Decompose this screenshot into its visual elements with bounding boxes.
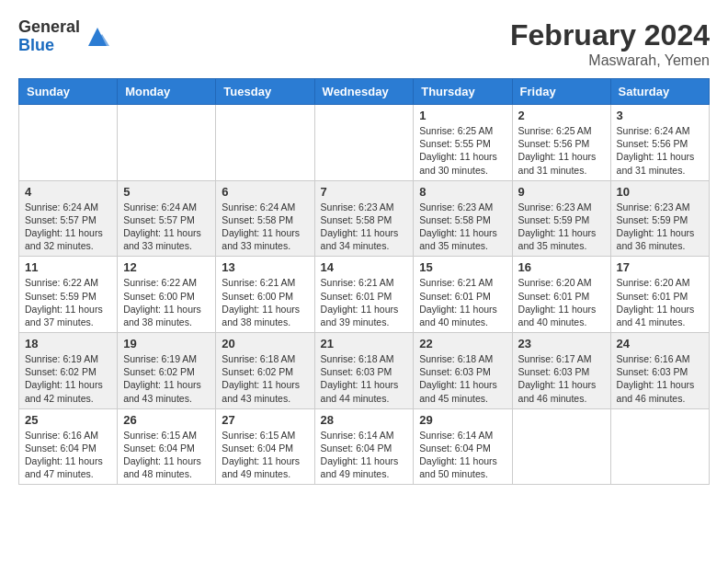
day-info: Sunrise: 6:14 AM Sunset: 6:04 PM Dayligh…	[419, 429, 506, 481]
calendar-cell	[118, 105, 216, 181]
logo-general: General	[18, 18, 80, 37]
day-number: 12	[123, 260, 210, 274]
calendar-cell: 29Sunrise: 6:14 AM Sunset: 6:04 PM Dayli…	[414, 408, 512, 485]
calendar-header-monday: Monday	[118, 79, 216, 105]
day-info: Sunrise: 6:17 AM Sunset: 6:03 PM Dayligh…	[518, 352, 605, 405]
calendar-week-2: 4Sunrise: 6:24 AM Sunset: 5:57 PM Daylig…	[19, 180, 710, 257]
day-info: Sunrise: 6:19 AM Sunset: 6:02 PM Dayligh…	[25, 352, 111, 405]
calendar-cell: 20Sunrise: 6:18 AM Sunset: 6:02 PM Dayli…	[216, 333, 314, 409]
day-number: 5	[123, 185, 210, 199]
calendar-header-friday: Friday	[512, 79, 610, 105]
calendar-cell: 1Sunrise: 6:25 AM Sunset: 5:55 PM Daylig…	[414, 105, 512, 181]
day-number: 16	[518, 260, 605, 274]
logo-text: General Blue	[18, 18, 80, 55]
day-info: Sunrise: 6:15 AM Sunset: 6:04 PM Dayligh…	[222, 429, 308, 481]
title-section: February 2024 Maswarah, Yemen	[510, 18, 710, 69]
day-number: 6	[222, 185, 308, 199]
main-title: February 2024	[510, 18, 710, 52]
calendar-cell: 18Sunrise: 6:19 AM Sunset: 6:02 PM Dayli…	[19, 333, 118, 409]
day-info: Sunrise: 6:18 AM Sunset: 6:02 PM Dayligh…	[222, 352, 308, 405]
calendar-cell: 26Sunrise: 6:15 AM Sunset: 6:04 PM Dayli…	[118, 408, 216, 485]
day-number: 11	[25, 260, 111, 274]
day-number: 21	[321, 337, 408, 350]
day-info: Sunrise: 6:19 AM Sunset: 6:02 PM Dayligh…	[123, 352, 210, 405]
calendar-week-4: 18Sunrise: 6:19 AM Sunset: 6:02 PM Dayli…	[19, 333, 710, 409]
day-info: Sunrise: 6:21 AM Sunset: 6:01 PM Dayligh…	[321, 276, 408, 328]
calendar-cell: 8Sunrise: 6:23 AM Sunset: 5:58 PM Daylig…	[414, 180, 512, 257]
day-number: 19	[123, 337, 210, 350]
day-info: Sunrise: 6:18 AM Sunset: 6:03 PM Dayligh…	[321, 352, 408, 405]
day-info: Sunrise: 6:25 AM Sunset: 5:55 PM Dayligh…	[419, 124, 506, 177]
calendar-cell: 28Sunrise: 6:14 AM Sunset: 6:04 PM Dayli…	[314, 408, 414, 485]
day-info: Sunrise: 6:24 AM Sunset: 5:56 PM Dayligh…	[617, 124, 703, 177]
day-number: 17	[617, 260, 703, 274]
day-info: Sunrise: 6:24 AM Sunset: 5:57 PM Dayligh…	[25, 201, 111, 253]
calendar-header-saturday: Saturday	[610, 79, 709, 105]
day-info: Sunrise: 6:20 AM Sunset: 6:01 PM Dayligh…	[518, 276, 605, 328]
calendar-cell: 25Sunrise: 6:16 AM Sunset: 6:04 PM Dayli…	[19, 408, 118, 485]
logo-icon	[84, 23, 111, 51]
calendar-cell: 10Sunrise: 6:23 AM Sunset: 5:59 PM Dayli…	[610, 180, 709, 257]
page-header: General Blue February 2024 Maswarah, Yem…	[18, 18, 710, 69]
calendar-week-1: 1Sunrise: 6:25 AM Sunset: 5:55 PM Daylig…	[19, 105, 710, 181]
calendar-cell: 27Sunrise: 6:15 AM Sunset: 6:04 PM Dayli…	[216, 408, 314, 485]
day-info: Sunrise: 6:16 AM Sunset: 6:04 PM Dayligh…	[25, 429, 111, 481]
day-info: Sunrise: 6:14 AM Sunset: 6:04 PM Dayligh…	[321, 429, 408, 481]
calendar-cell	[19, 105, 118, 181]
calendar-cell: 11Sunrise: 6:22 AM Sunset: 5:59 PM Dayli…	[19, 257, 118, 333]
calendar-cell: 23Sunrise: 6:17 AM Sunset: 6:03 PM Dayli…	[512, 333, 610, 409]
calendar-cell: 9Sunrise: 6:23 AM Sunset: 5:59 PM Daylig…	[512, 180, 610, 257]
day-info: Sunrise: 6:15 AM Sunset: 6:04 PM Dayligh…	[123, 429, 210, 481]
day-number: 29	[419, 413, 506, 427]
day-info: Sunrise: 6:18 AM Sunset: 6:03 PM Dayligh…	[419, 352, 506, 405]
calendar-cell: 13Sunrise: 6:21 AM Sunset: 6:00 PM Dayli…	[216, 257, 314, 333]
calendar-cell	[610, 408, 709, 485]
day-info: Sunrise: 6:20 AM Sunset: 6:01 PM Dayligh…	[617, 276, 703, 328]
calendar-cell: 24Sunrise: 6:16 AM Sunset: 6:03 PM Dayli…	[610, 333, 709, 409]
day-info: Sunrise: 6:23 AM Sunset: 5:59 PM Dayligh…	[518, 201, 605, 253]
day-info: Sunrise: 6:21 AM Sunset: 6:00 PM Dayligh…	[222, 276, 308, 328]
day-number: 1	[419, 109, 506, 122]
calendar-cell: 19Sunrise: 6:19 AM Sunset: 6:02 PM Dayli…	[118, 333, 216, 409]
calendar-cell: 14Sunrise: 6:21 AM Sunset: 6:01 PM Dayli…	[314, 257, 414, 333]
day-info: Sunrise: 6:23 AM Sunset: 5:58 PM Dayligh…	[321, 201, 408, 253]
day-number: 26	[123, 413, 210, 427]
day-number: 3	[617, 109, 703, 122]
calendar-cell: 15Sunrise: 6:21 AM Sunset: 6:01 PM Dayli…	[414, 257, 512, 333]
calendar-header-row: SundayMondayTuesdayWednesdayThursdayFrid…	[19, 79, 710, 105]
day-number: 10	[617, 185, 703, 199]
calendar-cell: 3Sunrise: 6:24 AM Sunset: 5:56 PM Daylig…	[610, 105, 709, 181]
day-number: 8	[419, 185, 506, 199]
calendar-cell: 22Sunrise: 6:18 AM Sunset: 6:03 PM Dayli…	[414, 333, 512, 409]
day-number: 4	[25, 185, 111, 199]
calendar-header-wednesday: Wednesday	[314, 79, 414, 105]
day-info: Sunrise: 6:22 AM Sunset: 6:00 PM Dayligh…	[123, 276, 210, 328]
calendar-cell: 7Sunrise: 6:23 AM Sunset: 5:58 PM Daylig…	[314, 180, 414, 257]
calendar-cell: 4Sunrise: 6:24 AM Sunset: 5:57 PM Daylig…	[19, 180, 118, 257]
day-number: 18	[25, 337, 111, 350]
calendar-cell	[314, 105, 414, 181]
day-info: Sunrise: 6:25 AM Sunset: 5:56 PM Dayligh…	[518, 124, 605, 177]
day-number: 20	[222, 337, 308, 350]
day-info: Sunrise: 6:22 AM Sunset: 5:59 PM Dayligh…	[25, 276, 111, 328]
day-info: Sunrise: 6:23 AM Sunset: 5:59 PM Dayligh…	[617, 201, 703, 253]
day-info: Sunrise: 6:23 AM Sunset: 5:58 PM Dayligh…	[419, 201, 506, 253]
calendar-header-sunday: Sunday	[19, 79, 118, 105]
day-number: 27	[222, 413, 308, 427]
calendar-cell: 6Sunrise: 6:24 AM Sunset: 5:58 PM Daylig…	[216, 180, 314, 257]
calendar-table: SundayMondayTuesdayWednesdayThursdayFrid…	[18, 78, 710, 485]
day-info: Sunrise: 6:24 AM Sunset: 5:57 PM Dayligh…	[123, 201, 210, 253]
day-number: 9	[518, 185, 605, 199]
day-number: 25	[25, 413, 111, 427]
day-number: 22	[419, 337, 506, 350]
subtitle: Maswarah, Yemen	[510, 52, 710, 69]
day-number: 15	[419, 260, 506, 274]
day-number: 24	[617, 337, 703, 350]
calendar-cell	[512, 408, 610, 485]
calendar-cell: 5Sunrise: 6:24 AM Sunset: 5:57 PM Daylig…	[118, 180, 216, 257]
calendar-cell	[216, 105, 314, 181]
logo: General Blue	[18, 18, 111, 55]
day-info: Sunrise: 6:21 AM Sunset: 6:01 PM Dayligh…	[419, 276, 506, 328]
calendar-week-3: 11Sunrise: 6:22 AM Sunset: 5:59 PM Dayli…	[19, 257, 710, 333]
calendar-header-tuesday: Tuesday	[216, 79, 314, 105]
